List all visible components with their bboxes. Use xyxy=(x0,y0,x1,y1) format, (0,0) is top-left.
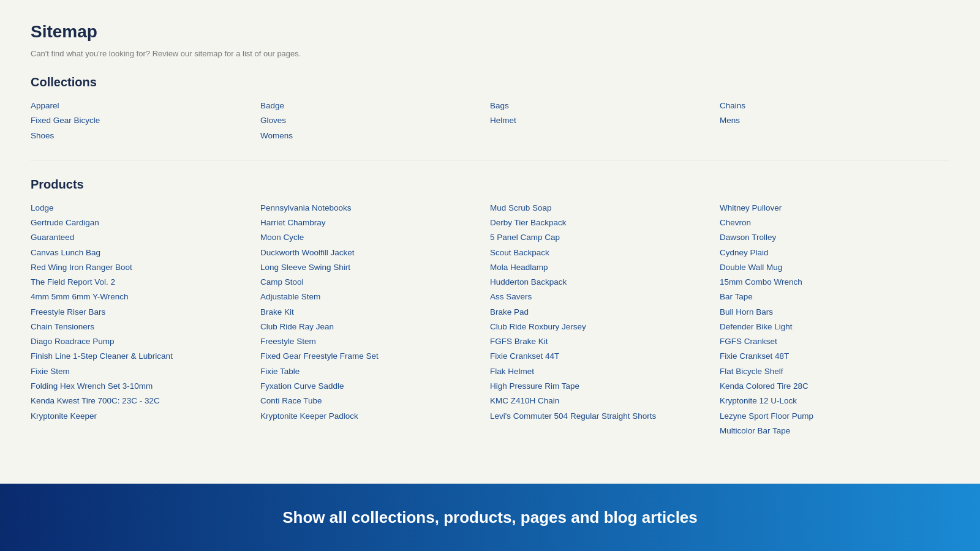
product-link[interactable]: 5 Panel Camp Cap xyxy=(490,231,720,244)
product-link[interactable]: Mud Scrub Soap xyxy=(490,201,720,215)
product-link[interactable]: Canvas Lunch Bag xyxy=(31,246,260,260)
product-link[interactable]: Levi's Commuter 504 Regular Straight Sho… xyxy=(490,410,720,423)
product-link[interactable]: Pennsylvania Notebooks xyxy=(260,201,490,215)
product-link[interactable]: Camp Stool xyxy=(260,276,490,289)
product-link[interactable]: Adjustable Stem xyxy=(260,290,490,304)
product-link[interactable]: Lodge xyxy=(31,201,260,215)
product-link[interactable]: Freestyle Riser Bars xyxy=(31,305,260,319)
product-link[interactable]: Hudderton Backpack xyxy=(490,276,720,289)
products-col-3: Whitney PulloverChevronDawson TrolleyCyd… xyxy=(720,201,949,438)
collections-heading: Collections xyxy=(31,75,949,89)
product-link[interactable]: 15mm Combo Wrench xyxy=(720,276,949,289)
product-link[interactable]: Duckworth Woolfill Jacket xyxy=(260,246,490,260)
product-link[interactable]: Diago Roadrace Pump xyxy=(31,335,260,348)
collections-col-3: ChainsMens xyxy=(720,99,949,143)
product-link[interactable]: Red Wing Iron Ranger Boot xyxy=(31,261,260,274)
section-divider xyxy=(31,160,949,160)
product-link[interactable]: Club Ride Roxbury Jersey xyxy=(490,320,720,334)
collections-col-0: ApparelFixed Gear BicycleShoes xyxy=(31,99,260,143)
product-link[interactable]: Dawson Trolley xyxy=(720,231,949,244)
products-section: Products LodgeGertrude CardiganGuarantee… xyxy=(31,178,949,438)
collections-col-2: BagsHelmet xyxy=(490,99,720,143)
product-link[interactable]: Moon Cycle xyxy=(260,231,490,244)
product-link[interactable]: Club Ride Ray Jean xyxy=(260,320,490,334)
products-col-2: Mud Scrub SoapDerby Tier Backpack5 Panel… xyxy=(490,201,720,438)
collection-link[interactable]: Womens xyxy=(260,129,490,143)
collection-link[interactable]: Bags xyxy=(490,99,720,113)
collections-grid: ApparelFixed Gear BicycleShoesBadgeGlove… xyxy=(31,99,949,143)
product-link[interactable]: Fixed Gear Freestyle Frame Set xyxy=(260,350,490,363)
product-link[interactable]: Cydney Plaid xyxy=(720,246,949,260)
product-link[interactable]: FGFS Brake Kit xyxy=(490,335,720,348)
products-col-0: LodgeGertrude CardiganGuaranteedCanvas L… xyxy=(31,201,260,438)
footer-banner[interactable]: Show all collections, products, pages an… xyxy=(0,484,980,551)
product-link[interactable]: FGFS Crankset xyxy=(720,335,949,348)
product-link[interactable]: The Field Report Vol. 2 xyxy=(31,276,260,289)
product-link[interactable]: Bar Tape xyxy=(720,290,949,304)
product-link[interactable]: Fixie Crankset 44T xyxy=(490,350,720,363)
product-link[interactable]: Lezyne Sport Floor Pump xyxy=(720,410,949,423)
product-link[interactable]: Derby Tier Backpack xyxy=(490,216,720,230)
product-link[interactable]: Double Wall Mug xyxy=(720,261,949,274)
collections-section: Collections ApparelFixed Gear BicycleSho… xyxy=(31,75,949,143)
product-link[interactable]: Fixie Stem xyxy=(31,365,260,378)
product-link[interactable]: Brake Pad xyxy=(490,305,720,319)
product-link[interactable]: Long Sleeve Swing Shirt xyxy=(260,261,490,274)
product-link[interactable]: Chain Tensioners xyxy=(31,320,260,334)
collection-link[interactable]: Helmet xyxy=(490,114,720,127)
product-link[interactable]: Conti Race Tube xyxy=(260,394,490,408)
product-link[interactable]: KMC Z410H Chain xyxy=(490,394,720,408)
page-title: Sitemap xyxy=(31,22,949,42)
product-link[interactable]: Whitney Pullover xyxy=(720,201,949,215)
product-link[interactable]: Kenda Kwest Tire 700C: 23C - 32C xyxy=(31,394,260,408)
product-link[interactable]: Scout Backpack xyxy=(490,246,720,260)
product-link[interactable]: Flak Helmet xyxy=(490,365,720,378)
product-link[interactable]: Defender Bike Light xyxy=(720,320,949,334)
product-link[interactable]: Kenda Colored Tire 28C xyxy=(720,380,949,393)
collection-link[interactable]: Badge xyxy=(260,99,490,113)
product-link[interactable]: Fyxation Curve Saddle xyxy=(260,380,490,393)
main-content: Sitemap Can't find what you're looking f… xyxy=(0,0,980,484)
product-link[interactable]: Ass Savers xyxy=(490,290,720,304)
product-link[interactable]: Kryptonite Keeper xyxy=(31,410,260,423)
product-link[interactable]: Kryptonite Keeper Padlock xyxy=(260,410,490,423)
product-link[interactable]: Kryptonite 12 U-Lock xyxy=(720,394,949,408)
product-link[interactable]: Fixie Table xyxy=(260,365,490,378)
product-link[interactable]: 4mm 5mm 6mm Y-Wrench xyxy=(31,290,260,304)
products-grid: LodgeGertrude CardiganGuaranteedCanvas L… xyxy=(31,201,949,438)
product-link[interactable]: Bull Horn Bars xyxy=(720,305,949,319)
collection-link[interactable]: Shoes xyxy=(31,129,260,143)
product-link[interactable]: High Pressure Rim Tape xyxy=(490,380,720,393)
collection-link[interactable]: Mens xyxy=(720,114,949,127)
footer-banner-text[interactable]: Show all collections, products, pages an… xyxy=(282,508,698,527)
collection-link[interactable]: Fixed Gear Bicycle xyxy=(31,114,260,127)
collection-link[interactable]: Apparel xyxy=(31,99,260,113)
product-link[interactable]: Gertrude Cardigan xyxy=(31,216,260,230)
product-link[interactable]: Harriet Chambray xyxy=(260,216,490,230)
product-link[interactable]: Fixie Crankset 48T xyxy=(720,350,949,363)
product-link[interactable]: Multicolor Bar Tape xyxy=(720,424,949,438)
product-link[interactable]: Mola Headlamp xyxy=(490,261,720,274)
product-link[interactable]: Guaranteed xyxy=(31,231,260,244)
product-link[interactable]: Finish Line 1-Step Cleaner & Lubricant xyxy=(31,350,260,363)
product-link[interactable]: Freestyle Stem xyxy=(260,335,490,348)
product-link[interactable]: Chevron xyxy=(720,216,949,230)
collection-link[interactable]: Chains xyxy=(720,99,949,113)
product-link[interactable]: Brake Kit xyxy=(260,305,490,319)
page-subtitle: Can't find what you're looking for? Revi… xyxy=(31,49,949,58)
collections-col-1: BadgeGlovesWomens xyxy=(260,99,490,143)
collection-link[interactable]: Gloves xyxy=(260,114,490,127)
product-link[interactable]: Folding Hex Wrench Set 3-10mm xyxy=(31,380,260,393)
product-link[interactable]: Flat Bicycle Shelf xyxy=(720,365,949,378)
products-col-1: Pennsylvania NotebooksHarriet ChambrayMo… xyxy=(260,201,490,438)
products-heading: Products xyxy=(31,178,949,192)
